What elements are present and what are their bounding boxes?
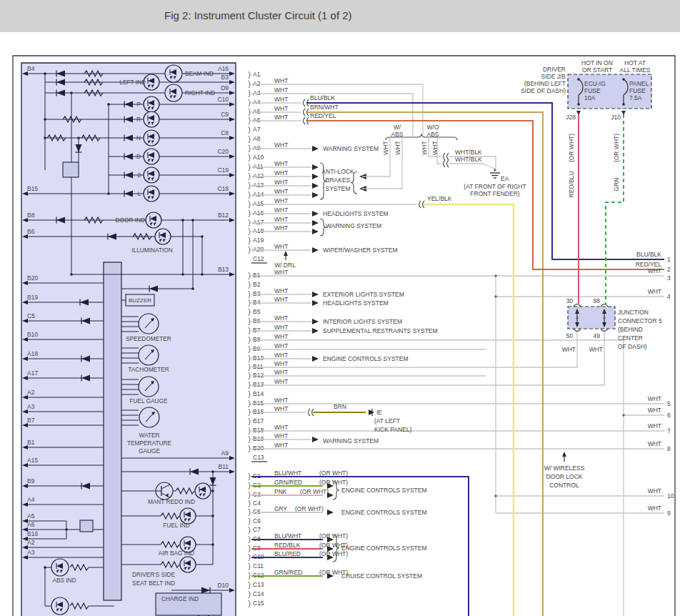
svg-text:(OR WHT): (OR WHT) [568,134,575,162]
svg-text:GRN/RED: GRN/RED [274,479,302,486]
svg-text:B15: B15 [253,399,264,407]
svg-text:B9: B9 [27,477,35,485]
svg-text:CHARGE IND: CHARGE IND [161,595,199,602]
svg-text:(OR WHT): (OR WHT) [295,505,324,512]
page: Fig 2: Instrument Cluster Circuit (1 of … [0,0,680,616]
svg-text:WHT: WHT [431,141,439,154]
svg-text:B8: B8 [27,212,35,219]
svg-text:W/ WIRELESS: W/ WIRELESS [544,465,585,472]
svg-text:B13: B13 [218,266,229,273]
svg-text:HEADLIGHTS SYSTEM: HEADLIGHTS SYSTEM [323,210,389,217]
svg-text:B19: B19 [27,294,38,301]
svg-text:A15: A15 [27,457,38,464]
svg-text:ANTI-LOCK: ANTI-LOCK [321,168,354,175]
svg-text:SEAT BELT IND: SEAT BELT IND [132,580,175,587]
svg-text:WHT: WHT [648,407,661,414]
svg-text:YEL/BLK: YEL/BLK [427,195,452,202]
svg-text:A16: A16 [253,209,264,217]
svg-text:BUZZER: BUZZER [129,297,151,304]
svg-text:WHT: WHT [274,160,288,167]
svg-text:SIDE OF DASH): SIDE OF DASH) [521,87,566,94]
indicator-lamp-icon [165,65,182,82]
svg-text:B14: B14 [253,390,264,397]
wiring-diagram-svg: B4B15B8B6B20B19C5B10A18A17A2A3B7B1A15B9A… [0,32,680,616]
svg-text:50: 50 [566,332,574,339]
indicator-lamp-icon [144,167,159,183]
pin-C4: C4 [249,500,261,507]
svg-text:D: D [136,153,141,160]
svg-text:C12: C12 [253,255,264,262]
svg-text:B10: B10 [27,331,38,338]
svg-text:7: 7 [667,427,671,434]
svg-text:A17: A17 [27,369,38,377]
svg-text:B4: B4 [27,65,35,72]
pin-C13: C13 [249,581,264,589]
power-section [284,74,651,497]
svg-text:D10: D10 [217,582,229,589]
svg-text:DOOR LOCK: DOOR LOCK [546,473,582,480]
svg-text:A3: A3 [27,403,35,410]
svg-text:FRONT FENDER): FRONT FENDER) [470,190,519,197]
svg-text:B10: B10 [253,354,264,362]
svg-text:TACHOMETER: TACHOMETER [128,366,169,373]
svg-text:B20: B20 [253,444,264,452]
svg-text:C13: C13 [253,581,264,588]
svg-text:LEFT IND: LEFT IND [119,79,146,86]
indicator-lamp-icon [144,130,159,146]
svg-text:BLU/WHT: BLU/WHT [274,470,301,477]
svg-text:(BEHIND: (BEHIND [618,326,643,333]
pin-A1: A1 [249,71,261,79]
svg-text:WHT: WHT [648,487,661,495]
pin-B13: B13WHT [249,378,288,389]
svg-text:B12: B12 [253,372,264,379]
svg-text:A20: A20 [253,246,264,253]
svg-text:HOT AT: HOT AT [624,59,646,66]
svg-text:WHT: WHT [274,352,288,359]
svg-text:B17: B17 [253,417,264,424]
pin-A9: A9WHT [249,141,319,152]
svg-text:FUEL GAUGE: FUEL GAUGE [129,397,168,404]
pin-C12: C12 [253,255,264,262]
svg-text:BRN: BRN [334,403,346,410]
svg-text:DRIVER: DRIVER [543,66,566,73]
svg-text:5: 5 [667,400,671,407]
pin-A6: A6WHT [249,114,301,124]
svg-text:8: 8 [667,445,671,452]
svg-text:B20: B20 [27,274,38,282]
svg-text:A2: A2 [27,389,35,396]
svg-text:WHT: WHT [382,141,389,154]
svg-text:R: R [136,116,141,123]
svg-text:W/: W/ [394,124,401,131]
svg-text:PNK: PNK [274,488,287,495]
indicator-lamp-icon [144,96,159,112]
pin-A19: A19 [249,237,264,244]
svg-text:C13: C13 [253,454,264,461]
figure-title: Fig 2: Instrument Cluster Circuit (1 of … [164,9,352,21]
svg-text:C5: C5 [27,312,35,319]
svg-text:FUSE: FUSE [584,87,601,94]
svg-text:C8: C8 [221,129,229,136]
annotations: BLU/BLKBRN/WHTRED/YELYEL/BLKBRNWHT/BLKWH… [274,59,674,517]
svg-text:J28: J28 [566,114,576,121]
svg-text:(OR WHT): (OR WHT) [613,134,620,162]
svg-text:CONTROL: CONTROL [549,482,579,489]
instrument-cluster-panel: B4B15B8B6B20B19C5B10A18A17A2A3B7B1A15B9A… [21,63,236,616]
svg-text:RIGHT IND: RIGHT IND [185,89,215,96]
indicator-lamp-icon [165,84,182,101]
svg-text:WHT: WHT [274,378,288,385]
svg-text:A4: A4 [27,496,35,503]
svg-text:WHT: WHT [274,207,288,214]
svg-text:A2: A2 [27,539,35,546]
svg-text:GAUGE: GAUGE [139,447,160,454]
pin-C10: C10BLU/RED(OR WHT) [249,550,348,561]
svg-text:WHT: WHT [274,360,288,367]
svg-text:7.5A: 7.5A [629,94,642,101]
cluster-bus-bar [104,262,121,600]
svg-text:B1: B1 [253,272,261,279]
svg-text:(BEHIND LEFT: (BEHIND LEFT [524,80,566,87]
svg-text:WARNING SYSTEM: WARNING SYSTEM [323,145,379,152]
svg-text:B3: B3 [253,290,261,297]
svg-text:WHT: WHT [274,197,288,204]
pin-C13: C13 [253,454,264,461]
svg-text:D9: D9 [221,84,229,91]
